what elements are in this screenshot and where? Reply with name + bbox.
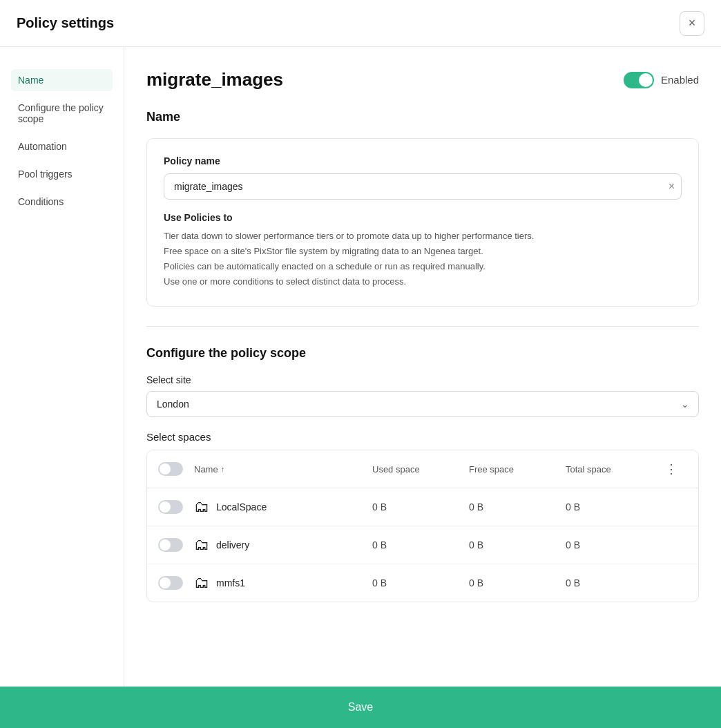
space-name-localspace: 🗂 LocalSpace xyxy=(194,498,372,516)
table-kebab-button[interactable]: ⋮ xyxy=(662,459,680,479)
name-section-heading: Name xyxy=(146,110,699,124)
main-content: migrate_images Enabled Name Policy name … xyxy=(124,47,721,728)
use-policies-list: Tier data down to slower performance tie… xyxy=(164,229,682,289)
enabled-toggle-section: Enabled xyxy=(624,72,699,88)
space-name-mmfs1: 🗂 mmfs1 xyxy=(194,574,372,592)
use-policies-line-3: Policies can be automatically enacted on… xyxy=(164,259,682,274)
use-policies-line-4: Use one or more conditions to select dis… xyxy=(164,274,682,289)
used-space-mmfs1: 0 B xyxy=(372,577,469,588)
sidebar-item-automation[interactable]: Automation xyxy=(11,135,113,157)
used-space-delivery: 0 B xyxy=(372,539,469,550)
section-divider xyxy=(146,326,699,327)
page-title: Policy settings xyxy=(17,15,114,31)
policy-name-label: Policy name xyxy=(164,155,682,166)
clear-input-button[interactable]: × xyxy=(669,180,675,193)
table-header: Name ↑ Used space Free space Total space… xyxy=(147,450,698,488)
name-card: Policy name × Use Policies to Tier data … xyxy=(146,138,699,307)
used-space-localspace: 0 B xyxy=(372,501,469,513)
col-total-space-header: Total space xyxy=(566,464,662,475)
col-used-space-header: Used space xyxy=(372,464,469,475)
folder-icon: 🗂 xyxy=(194,498,209,516)
save-button[interactable]: Save xyxy=(0,687,721,728)
save-bar: Save xyxy=(0,687,721,728)
row-toggle-mmfs1[interactable] xyxy=(158,576,194,590)
table-row: 🗂 delivery 0 B 0 B 0 B xyxy=(147,526,698,564)
use-policies-line-2: Free space on a site's PixStor file syst… xyxy=(164,244,682,259)
total-space-mmfs1: 0 B xyxy=(566,577,662,588)
space-name-delivery: 🗂 delivery xyxy=(194,536,372,554)
free-space-mmfs1: 0 B xyxy=(469,577,566,588)
free-space-localspace: 0 B xyxy=(469,501,566,513)
row-toggle-localspace[interactable] xyxy=(158,500,194,514)
enabled-label: Enabled xyxy=(661,74,699,86)
folder-icon: 🗂 xyxy=(194,574,209,592)
sidebar-item-name[interactable]: Name xyxy=(11,69,113,91)
col-name-header[interactable]: Name ↑ xyxy=(194,464,372,475)
sidebar-item-conditions[interactable]: Conditions xyxy=(11,191,113,213)
sidebar: Name Configure the policy scope Automati… xyxy=(0,47,124,728)
table-row: 🗂 mmfs1 0 B 0 B 0 B xyxy=(147,564,698,602)
sort-asc-icon: ↑ xyxy=(221,465,225,473)
folder-icon: 🗂 xyxy=(194,536,209,554)
policy-name-input-wrapper: × xyxy=(164,173,682,200)
free-space-delivery: 0 B xyxy=(469,539,566,550)
site-select-wrapper: London ⌄ xyxy=(146,391,699,417)
sidebar-item-configure[interactable]: Configure the policy scope xyxy=(11,97,113,130)
use-policies-title: Use Policies to xyxy=(164,212,682,223)
policy-name-heading: migrate_images xyxy=(146,69,283,90)
col-free-space-header: Free space xyxy=(469,464,566,475)
spaces-table: Name ↑ Used space Free space Total space… xyxy=(146,450,699,602)
col-actions-header: ⋮ xyxy=(662,459,687,479)
header-toggle[interactable] xyxy=(158,462,183,476)
configure-scope-heading: Configure the policy scope xyxy=(146,346,699,361)
select-spaces-label: Select spaces xyxy=(146,431,699,443)
close-button[interactable]: × xyxy=(680,11,704,36)
table-row: 🗂 LocalSpace 0 B 0 B 0 B xyxy=(147,488,698,526)
policy-name-input[interactable] xyxy=(164,173,682,200)
col-toggle-header xyxy=(158,462,194,476)
select-site-label: Select site xyxy=(146,374,699,385)
site-select[interactable]: London xyxy=(146,391,699,417)
total-space-delivery: 0 B xyxy=(566,539,662,550)
use-policies-line-1: Tier data down to slower performance tie… xyxy=(164,229,682,244)
total-space-localspace: 0 B xyxy=(566,501,662,513)
sidebar-item-pool-triggers[interactable]: Pool triggers xyxy=(11,163,113,185)
enabled-toggle[interactable] xyxy=(624,72,654,88)
row-toggle-delivery[interactable] xyxy=(158,538,194,552)
